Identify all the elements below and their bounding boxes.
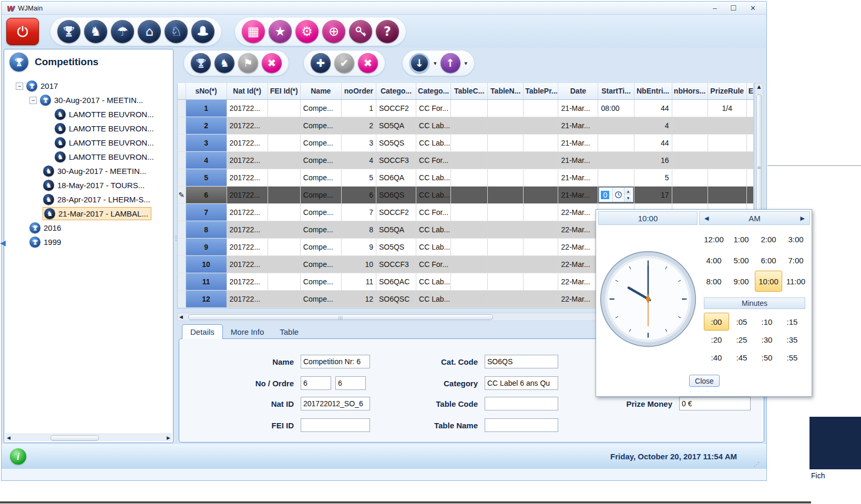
row-number[interactable]: 5 [186,169,227,186]
scrollbar-thumb[interactable]: ||| [188,314,493,320]
time-editor-input[interactable]: 0 [599,188,612,202]
column-header[interactable]: Nat Id(*) [227,83,268,99]
row-number[interactable]: 6 [186,186,227,203]
table-row[interactable]: 2 201722...Compe... 2SO5QACC Lab... 21-M… [178,117,754,134]
splitter-handle[interactable]: ⋮ [173,236,177,240]
time-spinner[interactable]: ▲ ▼ [624,188,631,202]
settings-button[interactable]: ⚙ [295,20,319,43]
sidebar-hscrollbar[interactable]: ◀ ▶ [5,434,172,441]
tab-table[interactable]: Table [272,325,306,339]
tree-item-competition[interactable]: ♞ LAMOTTE BEUVRON... [4,107,154,121]
web-button[interactable]: ⊕ [322,20,345,43]
horses-button[interactable]: ♞ [84,20,107,43]
hour-option[interactable]: 6:00 [755,250,782,271]
row-number[interactable]: 9 [186,238,227,255]
tree-item-year[interactable]: 1999 [4,235,61,249]
hour-option[interactable]: 4:00 [700,250,727,271]
table-row[interactable]: 1 201722...Compe... 1SOCCF2CC For... 21-… [178,99,754,117]
maximize-button[interactable]: ☐ [730,4,736,12]
popup-resize-grip[interactable]: · · · · [596,389,813,395]
sidebar-collapse-chevron[interactable]: ◀ [0,239,6,246]
column-header[interactable]: FEI Id(*) [268,83,300,99]
column-header[interactable]: StartTi... [598,83,634,99]
hour-option[interactable]: 3:00 [782,229,809,250]
scroll-up-icon[interactable]: ▲ [755,85,763,89]
hour-option[interactable]: 11:00 [782,271,809,292]
scroll-left-icon[interactable]: ◀ [179,315,183,320]
upload-caret-icon[interactable]: ▾ [465,60,468,66]
hats-button[interactable] [191,20,214,43]
column-header[interactable]: PrizeRule [708,83,746,99]
hour-option-selected[interactable]: 10:00 [755,271,782,292]
tree-item-competition[interactable]: ♞ LAMOTTE BEUVRON... [4,136,154,150]
delete-row-button[interactable]: ✖ [358,53,378,73]
tree-expander[interactable]: − [16,83,23,90]
row-number[interactable]: 2 [186,117,227,134]
tab-more-info[interactable]: More Info [223,325,272,339]
officials-button[interactable]: ♘ [165,20,188,43]
row-number[interactable]: 11 [186,273,227,290]
scroll-right-icon[interactable]: ▶ [167,436,170,440]
prize-money-field[interactable] [679,397,751,410]
minute-option[interactable]: :15 [780,313,805,331]
resize-grip-icon[interactable]: ⋰ [754,461,760,467]
competition-button[interactable] [191,53,211,73]
tree-item-meeting[interactable]: ♞ 28-Apr-2017 - LHERM-S... [4,192,150,207]
tree-item-year[interactable]: − 2017 [4,79,58,93]
scroll-left-icon[interactable]: ◀ [7,436,11,440]
name-field[interactable] [301,355,370,368]
minute-option[interactable]: :10 [754,313,780,331]
column-header[interactable]: TableC... [451,83,488,99]
hour-option[interactable]: 12:00 [700,229,727,250]
column-header[interactable]: noOrder [341,83,376,99]
cells-button[interactable]: ▦ [242,20,265,43]
minute-option[interactable]: :20 [704,331,729,348]
selected-tree-item[interactable]: ♞ 21-Mar-2017 - LAMBAL... [43,208,151,220]
competitions-button[interactable] [57,20,80,43]
minute-option[interactable]: :25 [729,331,754,348]
tree-item-competition[interactable]: ♞ LAMOTTE BEUVRON... [4,121,154,136]
tree-expander[interactable]: − [29,97,37,104]
tree-item-meeting[interactable]: − 30-Aug-2017 - MEETIN... [4,93,143,107]
favorites-button[interactable]: ★ [269,20,292,43]
column-header[interactable]: nbHors... [672,83,708,99]
download-caret-icon[interactable]: ▾ [434,60,437,66]
row-number[interactable]: 12 [186,290,227,307]
close-popup-button[interactable]: Close [689,375,720,387]
minimize-button[interactable]: – [713,4,716,12]
table-row[interactable]: 3 201722...Compe... 3SO5QSCC Lab... 21-M… [178,134,754,151]
minute-option[interactable]: :30 [754,331,780,348]
riders-button[interactable]: ☂ [111,20,134,43]
no-field[interactable] [301,376,331,390]
hour-option[interactable]: 7:00 [782,250,809,271]
license-button[interactable] [349,20,372,43]
hour-option[interactable]: 2:00 [755,229,782,250]
row-number[interactable]: 7 [186,203,227,221]
tree-item-meeting-selected[interactable]: ♞ 21-Mar-2017 - LAMBAL... [4,207,151,221]
info-icon[interactable]: i [10,448,26,465]
meridiem-prev-icon[interactable]: ◀ [704,215,709,221]
nat-id-field[interactable] [301,397,370,410]
minute-option-selected[interactable]: :00 [704,313,729,331]
minute-option[interactable]: :45 [729,348,754,366]
category-field[interactable] [485,376,558,390]
row-number[interactable]: 1 [186,99,227,117]
add-row-button[interactable]: ✚ [311,53,331,73]
hour-option[interactable]: 1:00 [727,229,755,250]
help-button[interactable]: ? [376,20,399,43]
tree-item-year[interactable]: 2016 [4,221,61,235]
column-header[interactable]: Catego... [376,83,416,99]
scrollbar-thumb[interactable] [50,435,99,441]
row-number[interactable]: 10 [186,255,227,273]
table-row[interactable]: 5 201722...Compe... 5SO6QACC Lab... 21-M… [178,169,754,186]
spinner-up-icon[interactable]: ▲ [624,188,631,195]
cat-code-field[interactable] [485,355,558,368]
power-button[interactable] [6,18,39,45]
table-name-field[interactable] [485,418,558,432]
row-number[interactable]: 3 [186,134,227,151]
column-header[interactable]: E [746,83,753,99]
column-header[interactable]: TablePr... [524,83,558,99]
hour-option[interactable]: 9:00 [727,271,755,292]
home-button[interactable]: ⌂ [138,20,161,43]
meridiem-next-icon[interactable]: ▶ [801,215,805,221]
